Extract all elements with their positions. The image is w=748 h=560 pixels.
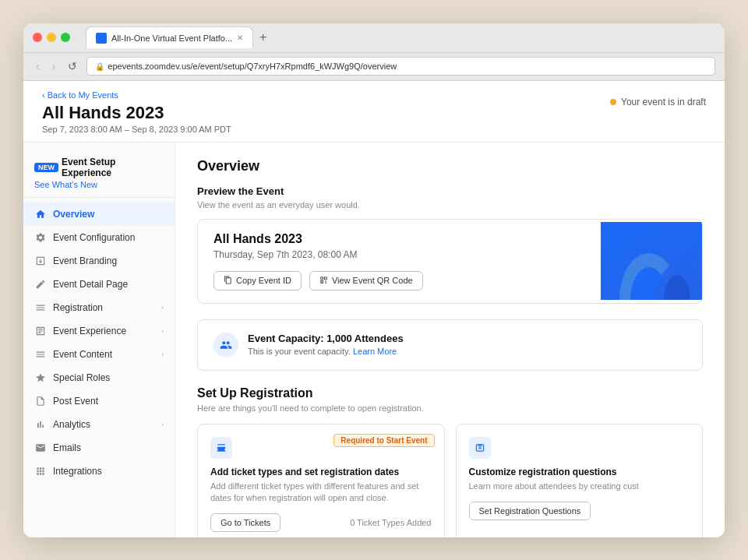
sidebar: NEW Event Setup Experience See What's Ne…: [23, 143, 175, 537]
overview-section-title: Overview: [197, 158, 703, 174]
draft-dot: [610, 99, 616, 105]
sidebar-item-overview[interactable]: Overview: [23, 203, 175, 226]
post-event-icon: [34, 395, 47, 407]
sidebar-label-special-roles: Special Roles: [53, 372, 110, 383]
questions-icon: [469, 437, 491, 459]
app-body: ‹ Back to My Events All Hands 2023 Sep 7…: [23, 81, 725, 537]
event-title: All Hands 2023: [42, 103, 231, 123]
sidebar-promo: NEW Event Setup Experience See What's Ne…: [23, 152, 175, 198]
sidebar-item-special-roles[interactable]: Special Roles: [23, 366, 175, 389]
address-bar[interactable]: 🔒 epevents.zoomdev.us/e/event/setup/Q7xr…: [86, 57, 715, 76]
edit-icon: [34, 278, 47, 291]
chevron-right-icon2: ›: [161, 327, 164, 335]
close-button[interactable]: [33, 33, 42, 42]
sidebar-label-event-content: Event Content: [53, 349, 112, 360]
sidebar-label-event-branding: Event Branding: [53, 255, 117, 266]
sidebar-item-analytics[interactable]: Analytics ›: [23, 413, 175, 436]
chevron-right-icon: ›: [161, 304, 164, 312]
qr-icon: [319, 276, 328, 286]
ticket-card-title: Add ticket types and set registration da…: [210, 467, 432, 477]
sidebar-item-event-configuration[interactable]: Event Configuration: [23, 226, 175, 249]
sidebar-label-event-configuration: Event Configuration: [53, 232, 135, 243]
registration-icon: [34, 301, 47, 314]
sidebar-item-event-detail[interactable]: Event Detail Page: [23, 273, 175, 296]
ticket-count: 0 Ticket Types Added: [350, 518, 431, 527]
sidebar-label-event-detail: Event Detail Page: [53, 279, 128, 290]
preview-card-content: All Hands 2023 Thursday, Sep 7th 2023, 0…: [198, 220, 601, 303]
sidebar-item-registration[interactable]: Registration ›: [23, 296, 175, 319]
app-header: ‹ Back to My Events All Hands 2023 Sep 7…: [23, 81, 725, 143]
back-to-events-link[interactable]: ‹ Back to My Events: [42, 90, 231, 100]
forward-nav-button[interactable]: ›: [49, 58, 59, 74]
sidebar-label-overview: Overview: [53, 209, 94, 220]
minimize-button[interactable]: [47, 33, 56, 42]
new-tab-button[interactable]: +: [256, 30, 270, 44]
copy-icon: [224, 276, 232, 286]
url-text: epevents.zoomdev.us/e/event/setup/Q7xryH…: [108, 62, 397, 71]
go-to-tickets-button[interactable]: Go to Tickets: [210, 513, 280, 532]
draft-status-badge: Your event is in draft: [610, 97, 706, 107]
capacity-icon: [213, 333, 238, 357]
sidebar-item-event-content[interactable]: Event Content ›: [23, 343, 175, 366]
ticket-card-desc: Add different ticket types with differen…: [210, 481, 432, 505]
preview-desc: View the event as an everyday user would…: [197, 200, 703, 210]
star-icon: [34, 372, 47, 384]
promo-title: NEW Event Setup Experience: [34, 157, 164, 178]
tab-bar: All-In-One Virtual Event Platfo... ✕ +: [86, 26, 715, 48]
draft-label: Your event is in draft: [621, 97, 706, 107]
sidebar-label-post-event: Post Event: [53, 396, 98, 407]
integrations-icon: [34, 465, 47, 477]
preview-actions: Copy Event ID View Event QR Code: [213, 271, 585, 291]
capacity-title: Event Capacity: 1,000 Attendees: [248, 333, 404, 344]
back-nav-button[interactable]: ‹: [33, 58, 43, 74]
capacity-card: Event Capacity: 1,000 Attendees This is …: [197, 319, 703, 371]
required-badge: Required to Start Event: [333, 434, 434, 447]
gear-icon: [34, 231, 47, 244]
maximize-button[interactable]: [61, 33, 70, 42]
tab-close-icon[interactable]: ✕: [237, 33, 243, 42]
registration-questions-card: Customize registration questions Learn m…: [456, 424, 704, 537]
sidebar-item-event-branding[interactable]: Event Branding: [23, 249, 175, 273]
view-qr-code-button[interactable]: View Event QR Code: [309, 271, 423, 291]
sidebar-label-analytics: Analytics: [53, 419, 90, 430]
preview-card: All Hands 2023 Thursday, Sep 7th 2023, 0…: [197, 219, 703, 304]
content-area: Overview Preview the Event View the even…: [175, 143, 725, 537]
ticket-card-footer: Go to Tickets 0 Ticket Types Added: [210, 513, 432, 532]
capacity-text: Event Capacity: 1,000 Attendees This is …: [248, 333, 404, 356]
capacity-desc: This is your event capacity. Learn More: [248, 347, 404, 356]
content-icon: [34, 348, 47, 361]
sidebar-item-event-experience[interactable]: Event Experience ›: [23, 319, 175, 343]
reg-title: Set Up Registration: [197, 386, 703, 400]
refresh-nav-button[interactable]: ↺: [65, 58, 80, 74]
sidebar-label-emails: Emails: [53, 442, 81, 453]
preview-event-name: All Hands 2023: [213, 232, 585, 246]
traffic-lights: [33, 33, 70, 42]
analytics-icon: [34, 418, 47, 431]
questions-card-title: Customize registration questions: [469, 467, 690, 477]
copy-event-id-button[interactable]: Copy Event ID: [213, 271, 302, 291]
sidebar-item-emails[interactable]: Emails: [23, 436, 175, 460]
view-qr-label: View Event QR Code: [332, 276, 413, 285]
reg-desc: Here are things you'll need to complete …: [197, 403, 703, 413]
branding-icon: [34, 255, 47, 267]
questions-card-desc: Learn more about attendees by creating c…: [469, 481, 690, 492]
sidebar-label-integrations: Integrations: [53, 466, 102, 477]
sidebar-item-integrations[interactable]: Integrations: [23, 460, 175, 483]
sidebar-label-registration: Registration: [53, 302, 103, 313]
sidebar-item-post-event[interactable]: Post Event: [23, 389, 175, 413]
ticket-icon: [210, 437, 232, 459]
browser-tab[interactable]: All-In-One Virtual Event Platfo... ✕: [86, 26, 253, 48]
email-icon: [34, 442, 47, 454]
promo-link[interactable]: See What's New: [34, 180, 164, 189]
preview-section: Preview the Event View the event as an e…: [197, 185, 703, 304]
set-registration-questions-button[interactable]: Set Registration Questions: [469, 502, 591, 520]
questions-card-footer: Set Registration Questions: [469, 502, 690, 520]
browser-addressbar: ‹ › ↺ 🔒 epevents.zoomdev.us/e/event/setu…: [23, 53, 725, 81]
preview-event-date: Thursday, Sep 7th 2023, 08:00 AM: [213, 249, 585, 260]
browser-titlebar: All-In-One Virtual Event Platfo... ✕ +: [23, 23, 725, 53]
preview-card-image: [601, 222, 702, 300]
learn-more-link[interactable]: Learn More: [353, 347, 397, 356]
browser-window: All-In-One Virtual Event Platfo... ✕ + ‹…: [23, 23, 725, 537]
home-icon: [34, 208, 47, 220]
chevron-right-icon3: ›: [161, 350, 164, 358]
